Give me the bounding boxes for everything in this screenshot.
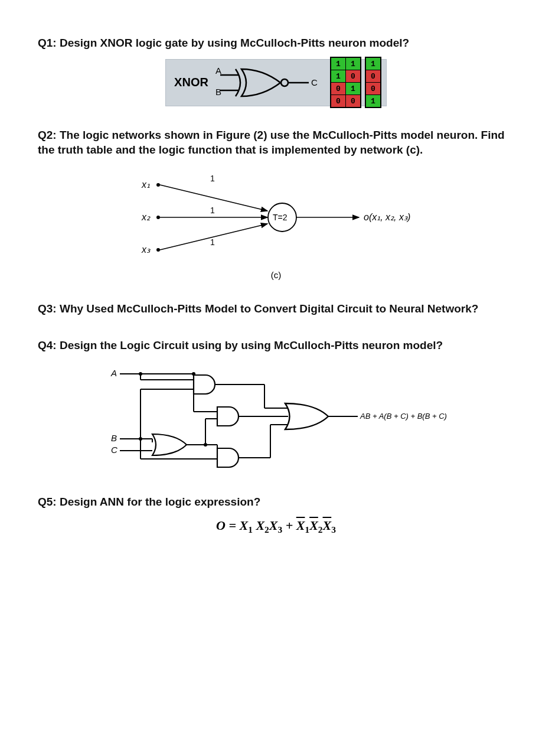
q2-figure: x₁ 1 x₂ 1 x₃ 1 T=2 o(x₁, x₂, x₃)	[38, 167, 514, 280]
q1-tt-inputs: 11 10 01 00	[330, 57, 361, 108]
q5-title: Q5: Design ANN for the logic expression?	[38, 494, 514, 510]
svg-point-4	[156, 183, 160, 187]
tt-cell: 1	[331, 70, 345, 83]
q1-panel: XNOR A B C	[165, 59, 387, 106]
svg-point-8	[156, 248, 160, 252]
q4-circuit-diagram-icon: A B C	[87, 361, 465, 473]
q1-input-b-label: B	[215, 87, 221, 97]
q4-a-label: A	[110, 368, 117, 378]
q2-output-label: o(x₁, x₂, x₃)	[364, 212, 410, 222]
tt-cell: 0	[365, 83, 380, 95]
q2-caption: (c)	[271, 270, 282, 280]
q4-b-label: B	[111, 433, 117, 443]
tt-cell: 1	[345, 83, 360, 95]
q1-output-label: C	[311, 77, 318, 87]
q2-title: Q2: The logic networks shown in Figure (…	[38, 128, 514, 158]
q2-neuron-diagram-icon: x₁ 1 x₂ 1 x₃ 1 T=2 o(x₁, x₂, x₃)	[123, 167, 430, 268]
question-3: Q3: Why Used McCulloch-Pitts Model to Co…	[38, 301, 514, 317]
q4-title: Q4: Design the Logic Circuit using by us…	[38, 338, 514, 353]
q1-truth-table: 11 10 01 00 1 0 0 1	[330, 57, 381, 108]
tt-cell: 0	[365, 70, 380, 83]
tt-cell: 1	[365, 95, 380, 107]
q1-title: Q1: Design XNOR logic gate by using McCu…	[38, 35, 514, 51]
tt-cell: 1	[345, 58, 360, 70]
q4-output-expr: AB + A(B + C) + B(B + C)	[360, 412, 447, 421]
svg-point-16	[139, 372, 142, 376]
tt-cell: 0	[331, 95, 345, 107]
tt-cell: 0	[345, 70, 360, 83]
xnor-gate-icon: A B C	[215, 61, 322, 105]
q1-tt-output: 1 0 0 1	[365, 57, 381, 108]
tt-cell: 0	[331, 83, 345, 95]
q4-c-label: C	[111, 445, 117, 455]
q2-w1-label: 1	[210, 174, 215, 183]
document-page: Q1: Design XNOR logic gate by using McCu…	[0, 0, 552, 756]
question-4: Q4: Design the Logic Circuit using by us…	[38, 338, 514, 474]
question-5: Q5: Design ANN for the logic expression?…	[38, 494, 514, 535]
q3-title: Q3: Why Used McCulloch-Pitts Model to Co…	[38, 301, 514, 317]
tt-cell: 1	[331, 58, 345, 70]
q2-x2-label: x₂	[141, 212, 151, 222]
q2-w2-label: 1	[210, 206, 215, 215]
q1-figure: XNOR A B C	[38, 59, 514, 106]
question-2: Q2: The logic networks shown in Figure (…	[38, 128, 514, 280]
tt-cell: 0	[345, 95, 360, 107]
tt-cell: 1	[365, 58, 380, 70]
q2-threshold-label: T=2	[273, 213, 288, 222]
q4-figure: A B C	[38, 361, 514, 473]
xnor-text-label: XNOR	[166, 76, 215, 89]
svg-point-28	[192, 372, 195, 376]
question-1: Q1: Design XNOR logic gate by using McCu…	[38, 35, 514, 106]
q2-x1-label: x₁	[141, 180, 150, 190]
q5-expression: O = X1 X2X3 + X1X2X3	[38, 518, 514, 535]
q1-input-a-label: A	[215, 66, 221, 76]
q2-w3-label: 1	[210, 237, 215, 247]
svg-point-2	[281, 79, 288, 86]
q2-x3-label: x₃	[141, 245, 151, 255]
svg-point-6	[156, 216, 160, 219]
